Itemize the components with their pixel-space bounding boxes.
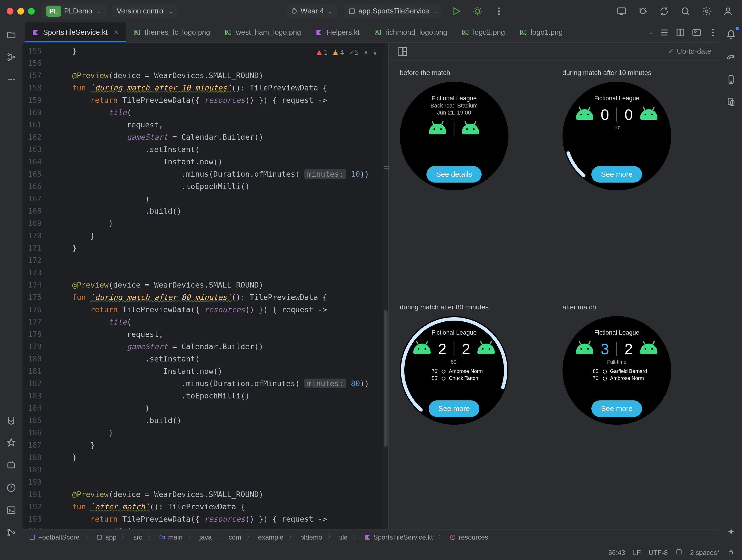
code-with-me-icon[interactable] [614,4,629,18]
indent-setting[interactable]: 2 spaces* [690,549,720,557]
tab-logo1[interactable]: logo1.png [513,22,570,42]
list-view-icon[interactable] [658,27,670,38]
warning-badge[interactable]: 4 [333,47,344,59]
event-row: 85' Garfield Bernard [587,368,647,374]
run-config-selector[interactable]: app.SportsTileService ⌄ [344,4,442,18]
logcat-tool-icon[interactable] [4,458,18,473]
line-separator[interactable]: LF [633,549,641,557]
reader-mode-icon[interactable] [675,27,686,38]
breadcrumb-item[interactable]: main [159,533,182,541]
breadcrumb-item[interactable]: resources [450,533,488,541]
debug-button[interactable] [470,4,485,18]
project-name: PLDemo [64,7,92,15]
breadcrumb-item[interactable]: FootballScore [29,533,80,541]
tab-overflow-icon[interactable]: ⌄ [649,29,653,36]
vcs-tool-icon[interactable] [4,525,18,540]
away-score: 2 [624,340,633,358]
zoom-dot[interactable] [28,8,35,14]
svg-point-22 [13,532,14,533]
preview-mode-icon[interactable] [691,27,702,38]
events-list: 85' Garfield Bernard 70' Ambrose Norm [587,368,647,381]
structure-tool-icon[interactable] [4,50,18,64]
svg-point-0 [292,9,296,13]
svg-point-38 [712,32,714,33]
inspection-badges[interactable]: 1 4 ✓5 ∧ ∨ [314,45,380,60]
minimize-dot[interactable] [17,8,24,14]
build-tool-icon[interactable] [4,413,18,428]
svg-rect-41 [403,48,406,51]
preview-status: ✓ Up-to-date [668,47,711,56]
close-icon[interactable]: ✕ [114,29,119,36]
tab-themes-fc-logo[interactable]: themes_fc_logo.png [126,22,217,42]
device-selector[interactable]: Wear 4 ⌄ [286,4,337,18]
code-area[interactable]: } @Preview(device = WearDevices.SMALL_RO… [48,43,388,529]
file-encoding[interactable]: UTF-8 [649,549,668,557]
breadcrumb-item[interactable]: pldemo [300,533,322,541]
problems-tool-icon[interactable] [4,480,18,495]
account-icon[interactable] [721,4,735,18]
read-only-icon[interactable] [676,549,682,557]
tab-richmond-logo[interactable]: richmond_logo.png [367,22,455,42]
svg-rect-34 [681,29,684,36]
breadcrumbs[interactable]: FootballScore〉app〉src〉main〉java〉com〉exam… [22,529,720,545]
more-button[interactable] [492,4,506,18]
preview-status-label: Up-to-date [677,47,711,56]
next-highlight-icon[interactable]: ∨ [373,47,377,59]
gutter: 1551561571581591601611621631641651661671… [22,43,48,529]
ai-assistant-icon[interactable] [724,525,738,540]
splitter-handle[interactable] [383,160,390,174]
gradle-icon[interactable] [724,50,738,64]
scorer-name: Garfield Bernard [610,368,647,374]
device-label: Wear 4 [301,7,324,15]
event-minute: 85' [587,368,599,374]
breadcrumb-item[interactable]: tile [339,533,348,541]
preview-label: during match after 10 minutes [563,69,711,77]
device-manager-icon[interactable] [724,72,738,87]
editor-scrollbar[interactable] [383,43,388,529]
project-tool-icon[interactable] [4,28,18,42]
search-icon[interactable] [678,4,693,18]
running-devices-icon[interactable] [724,95,738,109]
date-label: Jun 21, 19:00 [437,109,471,116]
caret-position[interactable]: 56:43 [608,549,625,557]
svg-rect-42 [403,52,406,55]
league-title: Fictional League [431,95,477,102]
bug-icon[interactable] [636,4,650,18]
event-minute: 70' [587,375,599,381]
status-lock-icon[interactable] [728,549,734,557]
chevron-down-icon: ⌄ [169,8,174,14]
watch-button[interactable]: See details [426,166,482,183]
settings-icon[interactable] [699,4,714,18]
preview-grid: before the matchFictional LeagueBack roa… [389,60,720,529]
breadcrumb-item[interactable]: java [199,533,212,541]
preview-layout-icon[interactable] [397,46,408,57]
terminal-tool-icon[interactable] [4,503,18,517]
tab-west-ham-logo[interactable]: west_ham_logo.png [217,22,308,42]
breadcrumb-item[interactable]: SportsTileService.kt [365,533,433,541]
close-dot[interactable] [7,8,13,14]
run-button[interactable] [449,4,464,18]
tab-more-icon[interactable] [707,27,719,38]
svg-point-4 [498,10,500,12]
watchface: Fictional League 3 2 Full-time 85' Garfi… [563,316,671,425]
vcs-dropdown[interactable]: Version control ⌄ [112,4,178,18]
sync-icon[interactable] [657,4,672,18]
ok-badge[interactable]: ✓5 [349,47,359,59]
stadium-label: Back road Stadium [430,102,478,109]
bookmarks-tool-icon[interactable] [4,436,18,450]
notifications-icon[interactable] [724,28,738,42]
error-badge[interactable]: 1 [316,47,328,59]
tab-helpers[interactable]: Helpers.kt [308,22,367,42]
breadcrumb-item[interactable]: com [228,533,241,541]
breadcrumb-item[interactable]: example [258,533,284,541]
breadcrumb-item[interactable]: app [96,533,116,541]
prev-highlight-icon[interactable]: ∧ [364,47,368,59]
project-dropdown[interactable]: PL PLDemo ⌄ [42,3,106,19]
more-tools-icon[interactable] [4,72,18,87]
tab-sportstileservice[interactable]: SportsTileService.kt ✕ [24,22,126,42]
watch-button[interactable]: See more [591,400,642,417]
league-title: Fictional League [594,329,639,336]
breadcrumb-item[interactable]: src [133,533,142,541]
tab-logo2[interactable]: logo2.png [455,22,512,42]
code-editor[interactable]: 1551561571581591601611621631641651661671… [22,43,388,529]
